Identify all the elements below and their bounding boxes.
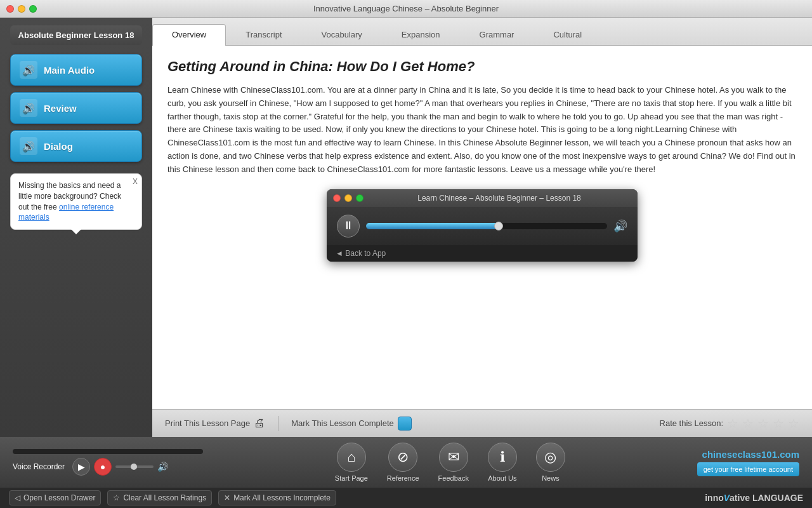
news-icon: ◎	[536, 443, 565, 472]
news-label: News	[542, 474, 560, 482]
speaker-icon-review: 🔊	[20, 99, 37, 117]
footer-logo: innoVative LANGUAGE	[705, 493, 803, 503]
promo-logo: chineseclass101.com	[702, 449, 799, 460]
window-controls[interactable]	[6, 5, 37, 13]
audio-player-title: Learn Chinese – Absolute Beginner – Less…	[367, 194, 631, 203]
nav-news[interactable]: ◎ News	[536, 443, 565, 482]
x-icon: ✕	[224, 493, 230, 502]
about-us-icon: ℹ	[488, 443, 517, 472]
progress-bar[interactable]	[366, 223, 607, 229]
nav-about-us[interactable]: ℹ About Us	[488, 443, 517, 482]
pause-icon: ⏸	[343, 219, 354, 232]
star-1[interactable]: ☆	[727, 416, 738, 431]
nav-icons: ⌂ Start Page ⊘ Reference ✉ Feedback ℹ Ab…	[335, 443, 565, 482]
nav-reference[interactable]: ⊘ Reference	[387, 443, 419, 482]
maximize-button[interactable]	[29, 5, 37, 13]
mark-complete-label: Mark This Lesson Complete	[291, 418, 394, 428]
tab-overview[interactable]: Overview	[152, 24, 226, 46]
mark-complete-button[interactable]: Mark This Lesson Complete	[291, 417, 412, 431]
lesson-drawer-label: Open Lesson Drawer	[23, 493, 95, 502]
checkbox-icon	[398, 417, 412, 431]
recorder-play-button[interactable]: ▶	[72, 458, 90, 476]
reference-label: Reference	[387, 474, 419, 482]
volume-icon[interactable]: 🔊	[613, 219, 627, 233]
mark-incomplete-button[interactable]: ✕ Mark All Lessons Incomplete	[218, 490, 336, 505]
dialog-button[interactable]: 🔊 Dialog	[10, 130, 142, 162]
player-min[interactable]	[344, 194, 352, 202]
divider	[278, 416, 278, 431]
title-bar: Innovative Language Chinese – Absolute B…	[0, 0, 812, 18]
clear-ratings-button[interactable]: ☆ Clear All Lesson Ratings	[107, 490, 212, 505]
reference-icon: ⊘	[388, 443, 417, 472]
voice-recorder-top: Voice Recorder ▶ ● 🔊	[13, 449, 203, 476]
mark-incomplete-label: Mark All Lessons Incomplete	[233, 493, 331, 502]
recorder-stop-button[interactable]: ●	[94, 458, 112, 476]
lesson-description: Learn Chinese with ChineseClass101.com. …	[167, 84, 797, 177]
recorder-slider[interactable]	[115, 465, 154, 468]
nav-start-page[interactable]: ⌂ Start Page	[335, 443, 368, 482]
star-icon: ☆	[113, 493, 120, 502]
print-lesson-button[interactable]: Print This Lesson Page 🖨	[165, 417, 265, 430]
star-4[interactable]: ☆	[773, 416, 784, 431]
tooltip-bubble: X Missing the basics and need a little m…	[10, 173, 142, 230]
tab-expansion[interactable]: Expansion	[382, 24, 460, 46]
tab-grammar[interactable]: Grammar	[460, 24, 534, 46]
app-window: Absolute Beginner Lesson 18 🔊 Main Audio…	[0, 18, 812, 508]
star-3[interactable]: ☆	[757, 416, 769, 431]
audio-player-body: ⏸ 🔊	[327, 207, 638, 245]
voice-recorder-label: Voice Recorder	[13, 462, 65, 471]
sidebar: Absolute Beginner Lesson 18 🔊 Main Audio…	[0, 18, 152, 437]
clear-ratings-label: Clear All Lesson Ratings	[123, 493, 206, 502]
bottom-action-bar: Print This Lesson Page 🖨 Mark This Lesso…	[152, 409, 812, 437]
tab-transcript[interactable]: Transcript	[226, 24, 301, 46]
speaker-icon-dialog: 🔊	[20, 137, 37, 155]
start-page-label: Start Page	[335, 474, 368, 482]
lesson-title: Absolute Beginner Lesson 18	[10, 25, 142, 45]
rate-label: Rate this Lesson:	[660, 418, 723, 428]
open-lesson-drawer-button[interactable]: ◁ Open Lesson Drawer	[9, 490, 101, 505]
window-title: Innovative Language Chinese – Absolute B…	[313, 4, 499, 13]
audio-player-titlebar: Learn Chinese – Absolute Beginner – Less…	[327, 189, 638, 207]
speaker-icon: 🔊	[20, 61, 37, 79]
rate-lesson: Rate this Lesson: ☆ ☆ ☆ ☆ ☆	[660, 416, 799, 431]
recorder-slider-knob	[131, 464, 137, 470]
tab-bar: Overview Transcript Vocabulary Expansion…	[152, 18, 812, 46]
start-page-icon: ⌂	[337, 443, 366, 472]
print-label: Print This Lesson Page	[165, 418, 250, 428]
voice-recorder-row: Voice Recorder ▶ ● 🔊	[13, 458, 203, 476]
player-max[interactable]	[356, 194, 363, 202]
star-5[interactable]: ☆	[788, 416, 799, 431]
lesson-heading: Getting Around in China: How Do I Get Ho…	[167, 58, 797, 75]
audio-player: Learn Chinese – Absolute Beginner – Less…	[327, 189, 638, 262]
feedback-label: Feedback	[438, 474, 469, 482]
about-us-label: About Us	[488, 474, 516, 482]
recorder-volume-icon: 🔊	[157, 462, 168, 472]
progress-knob[interactable]	[494, 222, 503, 231]
back-to-app-button[interactable]: ◄ Back to App	[336, 249, 386, 258]
audio-player-footer: ◄ Back to App	[327, 245, 638, 262]
star-2[interactable]: ☆	[742, 416, 754, 431]
right-panel: Overview Transcript Vocabulary Expansion…	[152, 18, 812, 437]
tab-vocabulary[interactable]: Vocabulary	[302, 24, 382, 46]
progress-fill	[366, 223, 499, 229]
review-button[interactable]: 🔊 Review	[10, 92, 142, 124]
main-area: Absolute Beginner Lesson 18 🔊 Main Audio…	[0, 18, 812, 437]
footer-bar: ◁ Open Lesson Drawer ☆ Clear All Lesson …	[0, 488, 812, 508]
feedback-icon: ✉	[439, 443, 468, 472]
player-close[interactable]	[333, 194, 341, 202]
pause-button[interactable]: ⏸	[337, 215, 360, 237]
lesson-drawer-icon: ◁	[15, 493, 20, 502]
promo-section: chineseclass101.com get your free lifeti…	[697, 449, 799, 476]
tab-cultural[interactable]: Cultural	[534, 24, 601, 46]
minimize-button[interactable]	[18, 5, 25, 13]
promo-button[interactable]: get your free lifetime account	[697, 462, 799, 476]
main-audio-button[interactable]: 🔊 Main Audio	[10, 54, 142, 86]
tooltip-close-button[interactable]: X	[133, 177, 138, 187]
close-button[interactable]	[6, 5, 14, 13]
bottom-nav: Voice Recorder ▶ ● 🔊 ⌂ Start Page ⊘ Refe…	[0, 437, 812, 488]
recorder-bar	[13, 449, 203, 454]
print-icon: 🖨	[254, 417, 265, 430]
voice-recorder: Voice Recorder ▶ ● 🔊	[13, 449, 203, 476]
content-area: Getting Around in China: How Do I Get Ho…	[152, 46, 812, 409]
nav-feedback[interactable]: ✉ Feedback	[438, 443, 469, 482]
